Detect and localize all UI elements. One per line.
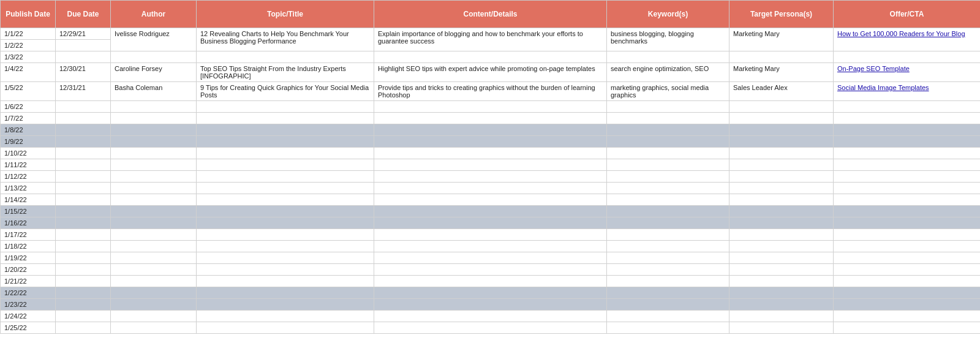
offer-link[interactable]: On-Page SEO Template xyxy=(837,65,910,72)
table-row: 1/1/2212/29/21Ivelisse Rodriguez12 Revea… xyxy=(1,28,981,40)
cell-author xyxy=(111,299,197,311)
cell-content xyxy=(374,241,607,252)
cell-content xyxy=(374,229,607,241)
cell-keywords xyxy=(607,101,729,113)
header-row: Publish Date Due Date Author Topic/Title… xyxy=(1,1,981,28)
cell-publish-date: 1/16/22 xyxy=(1,217,56,229)
cell-topic xyxy=(197,159,374,171)
cell-content: Provide tips and tricks to creating grap… xyxy=(374,82,607,101)
cell-topic xyxy=(197,113,374,124)
cell-author xyxy=(111,183,197,194)
cell-keywords xyxy=(607,229,729,241)
cell-content xyxy=(374,148,607,159)
cell-content xyxy=(374,276,607,287)
cell-due-date xyxy=(56,136,111,148)
cell-publish-date: 1/1/22 xyxy=(1,28,56,40)
cell-persona xyxy=(729,276,834,287)
cell-persona xyxy=(729,171,834,183)
cell-due-date xyxy=(56,171,111,183)
cell-due-date xyxy=(56,183,111,194)
table-row: 1/12/22 xyxy=(1,171,981,183)
cell-offer[interactable]: On-Page SEO Template xyxy=(834,63,981,82)
header-due-date: Due Date xyxy=(56,1,111,28)
cell-author xyxy=(111,51,197,63)
cell-persona xyxy=(729,229,834,241)
table-row: 1/6/22 xyxy=(1,101,981,113)
cell-due-date xyxy=(56,276,111,287)
cell-persona xyxy=(729,194,834,206)
cell-offer xyxy=(834,311,981,322)
cell-due-date xyxy=(56,299,111,311)
cell-keywords xyxy=(607,217,729,229)
cell-topic xyxy=(197,136,374,148)
cell-publish-date: 1/7/22 xyxy=(1,113,56,124)
cell-author xyxy=(111,101,197,113)
cell-due-date xyxy=(56,206,111,217)
cell-topic xyxy=(197,148,374,159)
cell-publish-date: 1/6/22 xyxy=(1,101,56,113)
table-row: 1/20/22 xyxy=(1,264,981,276)
table-row: 1/9/22 xyxy=(1,136,981,148)
cell-due-date xyxy=(56,159,111,171)
table-row: 1/7/22 xyxy=(1,113,981,124)
cell-offer xyxy=(834,194,981,206)
cell-topic xyxy=(197,217,374,229)
cell-persona xyxy=(729,113,834,124)
cell-offer xyxy=(834,159,981,171)
cell-publish-date: 1/22/22 xyxy=(1,287,56,299)
cell-content xyxy=(374,171,607,183)
cell-topic xyxy=(197,194,374,206)
table-row: 1/22/22 xyxy=(1,287,981,299)
offer-link[interactable]: Social Media Image Templates xyxy=(837,84,929,91)
cell-offer xyxy=(834,217,981,229)
cell-keywords xyxy=(607,159,729,171)
cell-due-date xyxy=(56,101,111,113)
cell-content xyxy=(374,159,607,171)
cell-author: Ivelisse Rodriguez xyxy=(111,28,197,51)
cell-due-date xyxy=(56,217,111,229)
cell-offer xyxy=(834,136,981,148)
cell-offer xyxy=(834,148,981,159)
cell-topic xyxy=(197,183,374,194)
cell-keywords xyxy=(607,287,729,299)
cell-topic xyxy=(197,276,374,287)
cell-publish-date: 1/4/22 xyxy=(1,63,56,82)
cell-offer[interactable]: Social Media Image Templates xyxy=(834,82,981,101)
header-keywords: Keyword(s) xyxy=(607,1,729,28)
cell-persona: Marketing Mary xyxy=(729,28,834,51)
cell-offer[interactable]: How to Get 100,000 Readers for Your Blog xyxy=(834,28,981,51)
cell-publish-date: 1/11/22 xyxy=(1,159,56,171)
table-row: 1/14/22 xyxy=(1,194,981,206)
cell-keywords: marketing graphics, social media graphic… xyxy=(607,82,729,101)
cell-keywords: business blogging, blogging benchmarks xyxy=(607,28,729,51)
cell-publish-date: 1/15/22 xyxy=(1,206,56,217)
cell-content xyxy=(374,311,607,322)
cell-offer xyxy=(834,124,981,136)
cell-publish-date: 1/14/22 xyxy=(1,194,56,206)
header-content: Content/Details xyxy=(374,1,607,28)
cell-persona xyxy=(729,252,834,264)
cell-keywords xyxy=(607,183,729,194)
cell-due-date xyxy=(56,287,111,299)
cell-publish-date: 1/13/22 xyxy=(1,183,56,194)
cell-publish-date: 1/19/22 xyxy=(1,252,56,264)
cell-content xyxy=(374,264,607,276)
cell-author xyxy=(111,136,197,148)
cell-content xyxy=(374,217,607,229)
table-row: 1/3/22 xyxy=(1,51,981,63)
cell-offer xyxy=(834,287,981,299)
cell-content: Highlight SEO tips with expert advice wh… xyxy=(374,63,607,82)
offer-link[interactable]: How to Get 100,000 Readers for Your Blog xyxy=(837,30,965,37)
cell-offer xyxy=(834,276,981,287)
table-row: 1/4/2212/30/21Caroline ForseyTop SEO Tip… xyxy=(1,63,981,82)
cell-content xyxy=(374,299,607,311)
cell-offer xyxy=(834,241,981,252)
cell-author xyxy=(111,206,197,217)
cell-publish-date: 1/25/22 xyxy=(1,322,56,334)
cell-due-date: 12/31/21 xyxy=(56,82,111,101)
table-row: 1/13/22 xyxy=(1,183,981,194)
cell-topic xyxy=(197,229,374,241)
cell-author xyxy=(111,241,197,252)
cell-publish-date: 1/21/22 xyxy=(1,276,56,287)
cell-due-date xyxy=(56,322,111,334)
